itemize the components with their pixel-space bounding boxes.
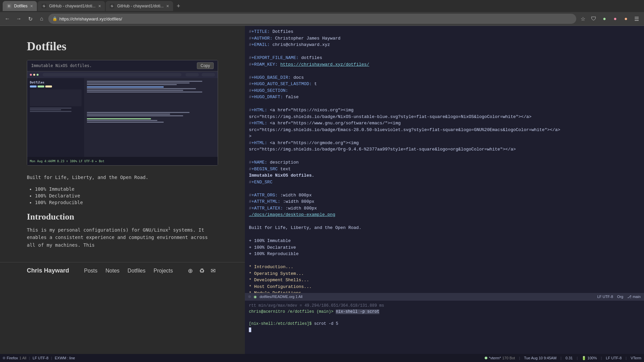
taskbar-load: 0.31 (566, 356, 573, 360)
menu-button[interactable]: ☰ (632, 14, 641, 23)
editor-line-8: #+HUGO_BASE_DIR: docs (249, 74, 640, 81)
editor-line-21: #+NAME: description (249, 159, 640, 166)
taskbar-lf-label: LF UTF-8 (33, 356, 48, 360)
preview-header: Immutable NixOS dotfiles. Copy (27, 60, 218, 71)
taskbar-dot-active (485, 357, 487, 359)
tab-github-2[interactable]: G GitHub - chayward1/doti... × (106, 1, 173, 11)
fake-sidebar: Dotfiles (27, 78, 84, 165)
tab-title-3: GitHub - chayward1/doti... (117, 4, 164, 8)
bullet-3: 100% Reproducible (35, 200, 218, 205)
editor-line-30: Built for Life, Liberty, and the Open Ro… (249, 225, 640, 231)
tab-favicon-1: D (7, 4, 11, 8)
editor-line-31 (249, 231, 640, 238)
fake-line-3 (30, 111, 71, 112)
social-icon-2[interactable]: ♻ (199, 267, 207, 275)
lock-icon: 🔒 (52, 16, 57, 21)
nav-notes[interactable]: Notes (106, 268, 120, 274)
editor-line-25: #+ATTR_ORG: :width 800px (249, 192, 640, 199)
website-body: Dotfiles Immutable NixOS dotfiles. Copy (0, 26, 245, 262)
extension-icon-3[interactable]: ● (621, 14, 631, 23)
fake-dot-1 (30, 74, 32, 76)
nav-dotfiles[interactable]: Dotfiles (127, 268, 145, 274)
email-icon[interactable]: ✉ (211, 267, 218, 275)
editor-line-37: * Operating System... (249, 270, 640, 277)
new-tab-button[interactable]: + (174, 1, 183, 11)
address-bar[interactable]: 🔒 https://chrishayward.xyz/dotfiles/ (48, 14, 576, 24)
term-prompt-1: chris@acernitro /e/dotfiles (main)> (249, 309, 336, 314)
editor-line-27: #+ATTR_LATEX: :width 800px (249, 205, 640, 212)
editor-line-26: #+ATTR_HTML: :width 800px (249, 198, 640, 205)
extension-icon-1[interactable]: ● (600, 14, 609, 23)
shield-icon[interactable]: 🛡 (589, 14, 598, 23)
editor-line-23: #+END_SRC (249, 179, 640, 186)
editor-line-13: #+HTML: <a href="https://nixos.org"><img (249, 107, 640, 114)
tab-title-1: Dotfiles (14, 4, 28, 8)
tab-close-1[interactable]: × (30, 3, 33, 9)
fake-sidebar-title: Dotfiles (30, 81, 82, 84)
tab-close-2[interactable]: × (98, 3, 101, 9)
term-cmd-1: nix-shell -p scrot (336, 309, 379, 314)
tab-github-1[interactable]: G GitHub - chayward1/doti... × (38, 1, 105, 11)
status-file: ◉ (254, 295, 257, 299)
tab-favicon-3: G (110, 4, 114, 8)
editor-line-29 (249, 218, 640, 225)
status-branch: ⎇ main (627, 295, 641, 299)
editor-area[interactable]: #+TITLE: Dotfiles #+AUTHOR: Christopher … (245, 26, 644, 293)
preview-box: Immutable NixOS dotfiles. Copy (27, 60, 218, 166)
tab-dotfiles[interactable]: D Dotfiles × (3, 1, 37, 11)
taskbar-sep-7: | (626, 356, 627, 360)
taskbar-vterm[interactable]: *vterm* 170 Bot (485, 356, 515, 360)
editor-line-bold: Immutable NixOS dotfiles. (249, 172, 640, 179)
terminal-area[interactable]: rtt min/avg/max/mdev = 49.294/186.651/36… (245, 300, 644, 354)
back-button[interactable]: ← (3, 14, 12, 23)
bookmark-icon[interactable]: ☆ (578, 14, 588, 23)
intro-paragraph: This is my personal configuration(s) for… (27, 226, 218, 249)
taskbar-left: Firefox 1 All | LF UTF-8 | EXWM : line (3, 356, 75, 360)
browser-content: Dotfiles Immutable NixOS dotfiles. Copy (0, 26, 245, 354)
reload-button[interactable]: ↻ (25, 14, 35, 23)
system-taskbar: Firefox 1 All | LF UTF-8 | EXWM : line *… (0, 354, 644, 362)
taskbar-sep-2: | (51, 356, 52, 360)
github-icon[interactable]: ⊕ (188, 267, 195, 275)
nav-right: ☆ 🛡 ● ● ● ☰ (578, 14, 641, 23)
nav-bar: ← → ↻ ⌂ 🔒 https://chrishayward.xyz/dotfi… (0, 12, 644, 25)
extension-icon-2[interactable]: ● (610, 14, 620, 23)
taskbar-dot-1 (3, 357, 5, 359)
editor-line-4 (249, 48, 640, 55)
term-line-1: rtt min/avg/max/mdev = 49.294/186.651/36… (249, 303, 640, 309)
editor-line-18: #+HTML: <a href="https://orgmode.org"><i… (249, 140, 640, 146)
editor-line-34: + 100% Reproducible (249, 251, 640, 257)
bullet-list: 100% Immutable 100% Declarative 100% Rep… (27, 186, 218, 205)
editor-line-39: * Host Configurations... (249, 284, 640, 290)
editor-line-3: #+EMAIL: chris@chrishayward.xyz (249, 42, 640, 48)
taskbar-sep-6: | (601, 356, 602, 360)
taskbar-vterm-count: 170 Bot (502, 356, 515, 360)
taskbar-vterm-right: VTerm (631, 356, 641, 360)
tab-bar: D Dotfiles × G GitHub - chayward1/doti..… (0, 0, 644, 12)
editor-line-24 (249, 185, 640, 192)
site-footer: Chris Hayward Posts Notes Dotfiles Proje… (0, 262, 245, 279)
home-button[interactable]: ⌂ (37, 14, 46, 23)
editor-line-9: #+HUGO_AUTO_SET_LASTMOD: t (249, 81, 640, 87)
editor-line-33: + 100% Declarative (249, 244, 640, 251)
taskbar-exwm-label: EXWM : line (55, 356, 75, 360)
nav-projects[interactable]: Projects (154, 268, 173, 274)
editor-line-16: src="https://img.shields.io/badge/Emacs-… (249, 127, 640, 133)
fake-screenshot-content: Dotfiles (27, 71, 218, 165)
copy-button[interactable]: Copy (197, 62, 214, 69)
forward-button[interactable]: → (14, 14, 23, 23)
taskbar-sep-3: | (519, 356, 520, 360)
status-left: ◉ dotfiles/README.org 1 All (248, 295, 303, 299)
term-blank (249, 315, 640, 321)
tab-favicon-2: G (42, 4, 46, 8)
term-line-3: [nix-shell:/etc/dotfiles]$ scrot -d 5 (249, 321, 640, 327)
status-filename: dotfiles/README.org 1 All (260, 295, 303, 299)
status-encoding: LF UTF-8 (597, 295, 613, 299)
nav-posts[interactable]: Posts (84, 268, 98, 274)
tab-close-3[interactable]: × (166, 3, 169, 9)
editor-line-7 (249, 68, 640, 74)
footer-nav: Posts Notes Dotfiles Projects (84, 268, 173, 274)
taskbar-firefox[interactable]: Firefox 1 All (3, 356, 26, 360)
intro-text-1: This is my personal configuration(s) for… (27, 227, 168, 233)
editor-line-10: #+HUGO_SECTION: (249, 87, 640, 94)
